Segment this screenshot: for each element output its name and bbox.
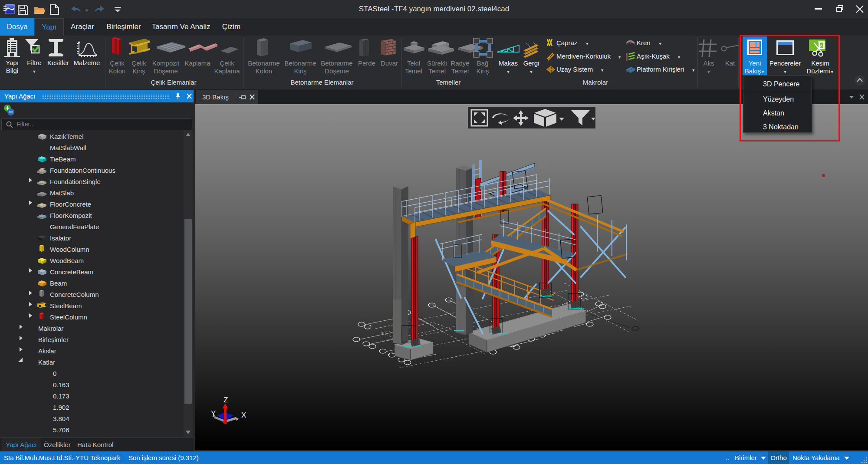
svg-text:X: X [241, 411, 246, 419]
svg-text:Z: Z [224, 396, 228, 404]
